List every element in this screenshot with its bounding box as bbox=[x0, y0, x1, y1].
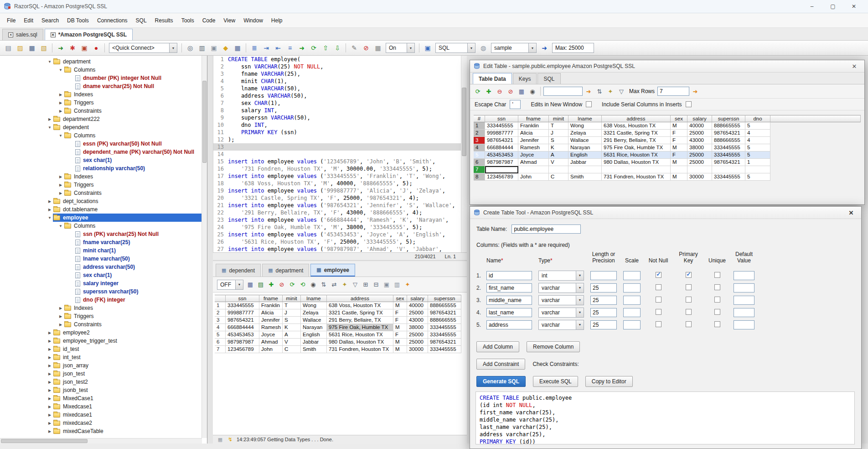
quick-connect-combo[interactable]: <Quick Connect>▼ bbox=[109, 43, 177, 53]
not-null-checkbox[interactable] bbox=[656, 284, 661, 290]
data-cell[interactable]: 333445555 bbox=[428, 346, 461, 353]
edit-grid-column-header[interactable]: salary bbox=[687, 115, 712, 122]
apply-max-rows-icon[interactable]: ➜ bbox=[690, 86, 700, 96]
data-cell[interactable]: 888666555 bbox=[428, 317, 461, 324]
new-file-icon[interactable]: ▤ bbox=[3, 42, 14, 53]
row-marker-cell[interactable]: 7 bbox=[474, 166, 485, 173]
tree-horizontal-scrollbar-thumb[interactable] bbox=[1, 439, 88, 443]
results-column-header[interactable]: address bbox=[327, 295, 393, 302]
menu-item-sql[interactable]: SQL bbox=[132, 15, 151, 26]
add-row-icon[interactable]: ✚ bbox=[484, 86, 494, 96]
tree-item-mixedcasetable[interactable]: ▶mixedCaseTable bbox=[0, 427, 202, 435]
data-cell[interactable]: 975 Fire Oak, Humble TX bbox=[327, 324, 393, 331]
database-combo[interactable]: sample▼ bbox=[491, 43, 537, 53]
add-row-icon[interactable]: ✚ bbox=[266, 280, 276, 290]
row-marker-cell[interactable]: 5 bbox=[474, 151, 485, 159]
unique-checkbox[interactable] bbox=[714, 284, 720, 290]
data-cell[interactable]: 3321 Castle, Spring TX bbox=[602, 130, 671, 137]
column-type-combo[interactable]: varchar▼ bbox=[538, 308, 584, 318]
data-cell[interactable] bbox=[671, 166, 687, 173]
close-button[interactable]: ✕ bbox=[843, 0, 864, 13]
data-cell[interactable]: J bbox=[283, 309, 301, 317]
data-cell[interactable]: Joyce bbox=[518, 151, 549, 159]
data-cell[interactable]: A bbox=[549, 151, 568, 159]
connect-icon[interactable]: ➜ bbox=[55, 42, 66, 53]
data-cell[interactable]: M bbox=[393, 346, 407, 353]
create-dialog-close-icon[interactable]: ✕ bbox=[845, 209, 858, 216]
tree-item-mixedcase2[interactable]: ▶mixedcase2 bbox=[0, 419, 202, 427]
sql-editor[interactable]: 1CREATE TABLE employee(2 ssn VARCHAR(25)… bbox=[213, 56, 467, 252]
not-null-checkbox[interactable] bbox=[656, 272, 661, 278]
row-marker-cell[interactable]: 1 bbox=[474, 122, 485, 130]
tree-vertical-scrollbar-thumb[interactable] bbox=[202, 81, 207, 163]
tab-sql[interactable]: SQL bbox=[537, 73, 560, 84]
tree-item-department222[interactable]: ▶department222 bbox=[0, 115, 202, 123]
data-cell[interactable]: Smith bbox=[568, 173, 602, 181]
data-cell[interactable]: 333445555 bbox=[712, 144, 745, 151]
data-cell[interactable]: 40000 bbox=[407, 302, 428, 309]
data-cell[interactable]: F bbox=[671, 151, 687, 159]
edit-dialog-close-icon[interactable]: ✕ bbox=[848, 63, 861, 70]
data-cell[interactable]: V bbox=[283, 339, 301, 346]
data-cell[interactable]: 30000 bbox=[687, 173, 712, 181]
remove-column-button[interactable]: Remove Column bbox=[527, 341, 580, 352]
edit-grid-column-header[interactable]: sex bbox=[671, 115, 687, 122]
row-number-cell[interactable]: 4 bbox=[215, 324, 226, 331]
unique-checkbox[interactable] bbox=[714, 321, 720, 327]
data-cell[interactable]: Narayan bbox=[301, 324, 327, 331]
menu-item-search[interactable]: Search bbox=[37, 15, 63, 26]
collapsed-arrow-icon[interactable]: ▶ bbox=[46, 208, 53, 212]
tree-item-id_test[interactable]: ▶id_test bbox=[0, 345, 202, 353]
execute-sql-icon[interactable]: ➜ bbox=[296, 42, 307, 53]
execute-sql-button[interactable]: Execute SQL bbox=[533, 376, 578, 387]
data-cell[interactable]: M bbox=[393, 339, 407, 346]
indent-icon[interactable]: ⇥ bbox=[261, 42, 272, 53]
tree-item-int_test[interactable]: ▶int_test bbox=[0, 353, 202, 361]
data-cell[interactable]: 333445555 bbox=[712, 151, 745, 159]
collapsed-arrow-icon[interactable]: ▶ bbox=[46, 405, 53, 409]
data-cell[interactable]: M bbox=[671, 122, 687, 130]
data-cell[interactable]: 333445555 bbox=[226, 302, 259, 309]
data-cell[interactable]: 38000 bbox=[687, 144, 712, 151]
data-cell[interactable]: Ahmad bbox=[518, 159, 549, 166]
chevron-down-icon[interactable]: ▼ bbox=[407, 43, 414, 52]
collapsed-arrow-icon[interactable]: ▶ bbox=[46, 199, 53, 204]
edit-grid-column-header[interactable]: address bbox=[602, 115, 671, 122]
data-cell[interactable]: 25000 bbox=[407, 339, 428, 346]
menu-item-connections[interactable]: Connections bbox=[93, 15, 132, 26]
tree-item-salary[interactable]: salary integer bbox=[0, 279, 202, 287]
expanded-arrow-icon[interactable]: ▼ bbox=[57, 68, 64, 72]
unique-checkbox[interactable] bbox=[714, 297, 720, 303]
tree-item-address[interactable]: address varchar(50) bbox=[0, 263, 202, 271]
collapsed-arrow-icon[interactable]: ▶ bbox=[46, 397, 53, 401]
row-number-cell[interactable]: 1 bbox=[215, 302, 226, 309]
data-cell[interactable]: 987654321 bbox=[428, 339, 461, 346]
primary-key-checkbox[interactable] bbox=[686, 272, 692, 278]
default-value-input[interactable] bbox=[734, 271, 754, 280]
edit-grid-column-header[interactable]: lname bbox=[568, 115, 602, 122]
data-cell[interactable]: Alicia bbox=[259, 309, 283, 317]
panel-splitter[interactable] bbox=[207, 56, 213, 449]
menu-item-tools[interactable]: Tools bbox=[177, 15, 198, 26]
data-cell[interactable]: Wallace bbox=[301, 317, 327, 324]
tab-table-data[interactable]: Table Data bbox=[473, 73, 512, 84]
length-input[interactable] bbox=[590, 308, 617, 317]
length-input[interactable] bbox=[590, 271, 617, 280]
scale-input[interactable] bbox=[623, 308, 641, 317]
data-cell[interactable]: 4 bbox=[745, 137, 770, 144]
data-cell[interactable]: 333445555 bbox=[712, 173, 745, 181]
language-combo[interactable]: SQL▼ bbox=[435, 43, 475, 53]
collapsed-arrow-icon[interactable]: ▶ bbox=[57, 323, 64, 327]
chevron-down-icon[interactable]: ▼ bbox=[576, 271, 584, 280]
data-cell[interactable]: Smith bbox=[301, 346, 327, 353]
data-cell[interactable]: M bbox=[393, 324, 407, 331]
tree-item-department[interactable]: ▼department bbox=[0, 57, 202, 66]
tree-item-essn[interactable]: essn (PK) varchar(50) Not Null bbox=[0, 140, 202, 148]
collapsed-arrow-icon[interactable]: ▶ bbox=[46, 364, 53, 368]
row-limit-combo[interactable]: OFF▼ bbox=[217, 280, 243, 290]
primary-key-checkbox[interactable] bbox=[686, 284, 692, 290]
tree-item-sex[interactable]: sex char(1) bbox=[0, 271, 202, 279]
data-cell[interactable]: 980 Dallas, Houston TX bbox=[327, 339, 393, 346]
data-cell[interactable]: 1 bbox=[745, 159, 770, 166]
data-cell[interactable]: 5 bbox=[745, 151, 770, 159]
